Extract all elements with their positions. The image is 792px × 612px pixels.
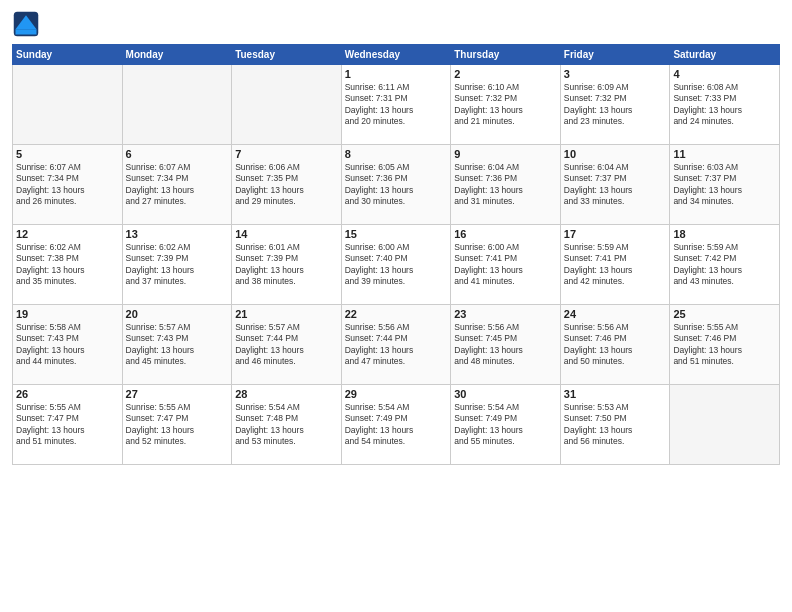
day-number: 23 [454, 308, 557, 320]
day-number: 26 [16, 388, 119, 400]
calendar-cell: 13Sunrise: 6:02 AMSunset: 7:39 PMDayligh… [122, 225, 232, 305]
calendar-cell: 15Sunrise: 6:00 AMSunset: 7:40 PMDayligh… [341, 225, 451, 305]
day-number: 10 [564, 148, 667, 160]
day-number: 21 [235, 308, 338, 320]
day-info: Sunrise: 5:57 AMSunset: 7:44 PMDaylight:… [235, 322, 338, 368]
weekday-header: Monday [122, 45, 232, 65]
day-info: Sunrise: 5:59 AMSunset: 7:42 PMDaylight:… [673, 242, 776, 288]
calendar-cell: 25Sunrise: 5:55 AMSunset: 7:46 PMDayligh… [670, 305, 780, 385]
day-info: Sunrise: 5:57 AMSunset: 7:43 PMDaylight:… [126, 322, 229, 368]
day-number: 18 [673, 228, 776, 240]
day-info: Sunrise: 6:09 AMSunset: 7:32 PMDaylight:… [564, 82, 667, 128]
day-info: Sunrise: 6:07 AMSunset: 7:34 PMDaylight:… [16, 162, 119, 208]
calendar-cell: 5Sunrise: 6:07 AMSunset: 7:34 PMDaylight… [13, 145, 123, 225]
logo-icon [12, 10, 40, 38]
calendar-cell: 27Sunrise: 5:55 AMSunset: 7:47 PMDayligh… [122, 385, 232, 465]
day-number: 22 [345, 308, 448, 320]
calendar-cell [232, 65, 342, 145]
day-info: Sunrise: 6:03 AMSunset: 7:37 PMDaylight:… [673, 162, 776, 208]
day-number: 27 [126, 388, 229, 400]
day-info: Sunrise: 6:10 AMSunset: 7:32 PMDaylight:… [454, 82, 557, 128]
day-info: Sunrise: 5:55 AMSunset: 7:47 PMDaylight:… [126, 402, 229, 448]
calendar-header-row: SundayMondayTuesdayWednesdayThursdayFrid… [13, 45, 780, 65]
day-number: 30 [454, 388, 557, 400]
calendar-cell: 2Sunrise: 6:10 AMSunset: 7:32 PMDaylight… [451, 65, 561, 145]
calendar-cell: 9Sunrise: 6:04 AMSunset: 7:36 PMDaylight… [451, 145, 561, 225]
day-number: 20 [126, 308, 229, 320]
day-number: 28 [235, 388, 338, 400]
day-info: Sunrise: 5:56 AMSunset: 7:44 PMDaylight:… [345, 322, 448, 368]
calendar-cell: 8Sunrise: 6:05 AMSunset: 7:36 PMDaylight… [341, 145, 451, 225]
day-info: Sunrise: 6:07 AMSunset: 7:34 PMDaylight:… [126, 162, 229, 208]
day-info: Sunrise: 6:02 AMSunset: 7:38 PMDaylight:… [16, 242, 119, 288]
calendar-cell: 31Sunrise: 5:53 AMSunset: 7:50 PMDayligh… [560, 385, 670, 465]
day-number: 17 [564, 228, 667, 240]
day-number: 7 [235, 148, 338, 160]
logo [12, 10, 42, 38]
calendar-cell: 11Sunrise: 6:03 AMSunset: 7:37 PMDayligh… [670, 145, 780, 225]
calendar-week-row: 12Sunrise: 6:02 AMSunset: 7:38 PMDayligh… [13, 225, 780, 305]
day-number: 13 [126, 228, 229, 240]
day-number: 19 [16, 308, 119, 320]
calendar-cell: 6Sunrise: 6:07 AMSunset: 7:34 PMDaylight… [122, 145, 232, 225]
calendar-cell: 7Sunrise: 6:06 AMSunset: 7:35 PMDaylight… [232, 145, 342, 225]
day-info: Sunrise: 6:01 AMSunset: 7:39 PMDaylight:… [235, 242, 338, 288]
day-info: Sunrise: 5:54 AMSunset: 7:49 PMDaylight:… [345, 402, 448, 448]
day-number: 6 [126, 148, 229, 160]
calendar-week-row: 1Sunrise: 6:11 AMSunset: 7:31 PMDaylight… [13, 65, 780, 145]
weekday-header: Sunday [13, 45, 123, 65]
calendar-cell: 28Sunrise: 5:54 AMSunset: 7:48 PMDayligh… [232, 385, 342, 465]
calendar-cell: 10Sunrise: 6:04 AMSunset: 7:37 PMDayligh… [560, 145, 670, 225]
calendar-cell: 23Sunrise: 5:56 AMSunset: 7:45 PMDayligh… [451, 305, 561, 385]
day-info: Sunrise: 6:04 AMSunset: 7:37 PMDaylight:… [564, 162, 667, 208]
day-number: 14 [235, 228, 338, 240]
day-info: Sunrise: 5:59 AMSunset: 7:41 PMDaylight:… [564, 242, 667, 288]
calendar-week-row: 5Sunrise: 6:07 AMSunset: 7:34 PMDaylight… [13, 145, 780, 225]
day-number: 16 [454, 228, 557, 240]
calendar-table: SundayMondayTuesdayWednesdayThursdayFrid… [12, 44, 780, 465]
weekday-header: Saturday [670, 45, 780, 65]
day-info: Sunrise: 6:04 AMSunset: 7:36 PMDaylight:… [454, 162, 557, 208]
day-info: Sunrise: 5:54 AMSunset: 7:48 PMDaylight:… [235, 402, 338, 448]
weekday-header: Thursday [451, 45, 561, 65]
day-info: Sunrise: 6:06 AMSunset: 7:35 PMDaylight:… [235, 162, 338, 208]
day-number: 11 [673, 148, 776, 160]
day-info: Sunrise: 6:05 AMSunset: 7:36 PMDaylight:… [345, 162, 448, 208]
day-info: Sunrise: 5:53 AMSunset: 7:50 PMDaylight:… [564, 402, 667, 448]
calendar-cell: 22Sunrise: 5:56 AMSunset: 7:44 PMDayligh… [341, 305, 451, 385]
weekday-header: Friday [560, 45, 670, 65]
calendar-week-row: 19Sunrise: 5:58 AMSunset: 7:43 PMDayligh… [13, 305, 780, 385]
calendar-cell: 17Sunrise: 5:59 AMSunset: 7:41 PMDayligh… [560, 225, 670, 305]
day-info: Sunrise: 6:00 AMSunset: 7:40 PMDaylight:… [345, 242, 448, 288]
day-number: 3 [564, 68, 667, 80]
day-number: 15 [345, 228, 448, 240]
calendar-cell: 16Sunrise: 6:00 AMSunset: 7:41 PMDayligh… [451, 225, 561, 305]
svg-rect-2 [16, 29, 37, 34]
weekday-header: Tuesday [232, 45, 342, 65]
calendar-cell: 12Sunrise: 6:02 AMSunset: 7:38 PMDayligh… [13, 225, 123, 305]
weekday-header: Wednesday [341, 45, 451, 65]
calendar-cell: 21Sunrise: 5:57 AMSunset: 7:44 PMDayligh… [232, 305, 342, 385]
day-number: 5 [16, 148, 119, 160]
calendar-cell: 30Sunrise: 5:54 AMSunset: 7:49 PMDayligh… [451, 385, 561, 465]
day-number: 8 [345, 148, 448, 160]
day-number: 29 [345, 388, 448, 400]
day-number: 4 [673, 68, 776, 80]
day-number: 2 [454, 68, 557, 80]
calendar-cell [122, 65, 232, 145]
calendar-cell [670, 385, 780, 465]
day-info: Sunrise: 5:56 AMSunset: 7:46 PMDaylight:… [564, 322, 667, 368]
calendar-cell: 20Sunrise: 5:57 AMSunset: 7:43 PMDayligh… [122, 305, 232, 385]
day-number: 12 [16, 228, 119, 240]
calendar-cell: 3Sunrise: 6:09 AMSunset: 7:32 PMDaylight… [560, 65, 670, 145]
day-info: Sunrise: 5:58 AMSunset: 7:43 PMDaylight:… [16, 322, 119, 368]
day-info: Sunrise: 6:00 AMSunset: 7:41 PMDaylight:… [454, 242, 557, 288]
calendar-cell: 4Sunrise: 6:08 AMSunset: 7:33 PMDaylight… [670, 65, 780, 145]
day-info: Sunrise: 6:08 AMSunset: 7:33 PMDaylight:… [673, 82, 776, 128]
calendar-cell: 18Sunrise: 5:59 AMSunset: 7:42 PMDayligh… [670, 225, 780, 305]
day-number: 24 [564, 308, 667, 320]
day-info: Sunrise: 6:11 AMSunset: 7:31 PMDaylight:… [345, 82, 448, 128]
header [12, 10, 780, 38]
calendar-cell: 26Sunrise: 5:55 AMSunset: 7:47 PMDayligh… [13, 385, 123, 465]
calendar-cell: 1Sunrise: 6:11 AMSunset: 7:31 PMDaylight… [341, 65, 451, 145]
